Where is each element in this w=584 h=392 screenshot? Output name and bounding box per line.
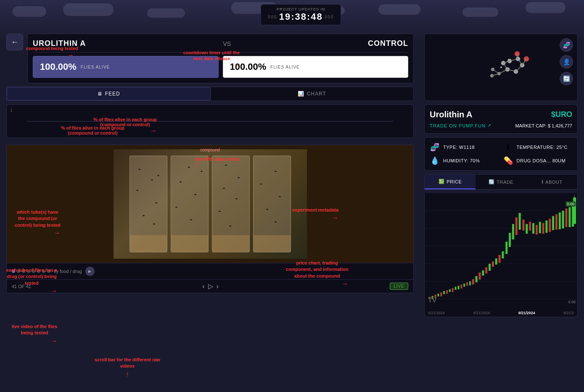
compound-header: UROLITHIN A VS CONTROL [33, 39, 408, 48]
meta-humidity-value: 70% [470, 158, 480, 163]
separator [33, 52, 408, 53]
chart-label: CHART [307, 91, 326, 97]
water-icon: 💧 [430, 156, 440, 165]
chart-date-2: 9/21/2024 [473, 311, 490, 315]
fly-dot [136, 190, 138, 191]
svg-rect-50 [492, 262, 494, 267]
vs-text: VS [223, 40, 231, 47]
dot-3[interactable] [22, 270, 25, 273]
tab-trade[interactable]: 🔄 TRADE [476, 175, 526, 189]
frame-navigation: 41 OF 41 ‹ ▷ › LIVE [7, 279, 413, 293]
dot-7[interactable] [42, 270, 45, 273]
svg-rect-36 [449, 289, 451, 292]
trade-tab-icon: 🔄 [489, 179, 495, 185]
dot-2[interactable] [17, 270, 20, 273]
tradingview-logo: TV [428, 297, 436, 304]
trade-on-pump-link[interactable]: TRADE ON PUMP.FUN ↗ [430, 123, 492, 128]
svg-rect-32 [437, 294, 439, 296]
chart-area: 1 [6, 104, 414, 138]
next-frame-button[interactable]: › [217, 283, 219, 290]
fly-dot [275, 221, 277, 222]
fly-dot [229, 225, 231, 227]
price-tabs: 💹 PRICE 🔄 TRADE ℹ ABOUT [424, 174, 578, 190]
fly-dot [201, 171, 203, 172]
fly-dot [266, 209, 268, 210]
tube-bottom [171, 235, 208, 252]
food-label: fly food / drug [54, 269, 82, 274]
frame-sep: OF [18, 284, 26, 289]
tab-bar: 🖥 FEED 📊 CHART [6, 87, 414, 101]
trade-tab-label: TRADE [497, 180, 513, 185]
tab-chart[interactable]: 📊 CHART [211, 87, 414, 101]
svg-rect-40 [460, 284, 462, 288]
market-cap: MARKET CAP: $ 1,426,777 [515, 123, 572, 128]
fly-dot [151, 179, 153, 180]
tube-3 [212, 156, 250, 252]
svg-rect-38 [455, 287, 457, 290]
tab-about[interactable]: ℹ ABOUT [526, 175, 577, 189]
countdown-dots-left: 000 [268, 15, 277, 19]
svg-rect-69 [555, 214, 558, 230]
fly-dot [188, 167, 190, 168]
meta-temp-value: 25°C [556, 145, 568, 150]
dots-row [12, 270, 50, 273]
dot-1[interactable] [12, 270, 15, 273]
dot-8[interactable] [47, 270, 50, 273]
dot-6[interactable] [37, 270, 40, 273]
svg-rect-34 [443, 291, 445, 294]
svg-rect-45 [476, 276, 478, 282]
drug-icon: 💊 [503, 156, 513, 165]
fly-dot [194, 194, 196, 195]
frame-total: 41 [26, 284, 31, 289]
meta-drug: 💊 DRUG DOSA... 80UM [503, 156, 573, 165]
svg-rect-68 [552, 216, 554, 230]
back-button[interactable]: ← [6, 34, 23, 50]
dot-5[interactable] [32, 270, 35, 273]
control-percent: 100.00% [230, 61, 267, 72]
svg-rect-47 [482, 270, 484, 276]
svg-rect-35 [446, 290, 448, 294]
meta-type: 🧬 TYPE: W1118 [430, 143, 499, 152]
about-tab-label: ABOUT [545, 180, 562, 185]
fly-dot [279, 196, 281, 197]
fly-dot [155, 202, 157, 204]
tubes-container [125, 149, 295, 259]
action-btn-1[interactable]: 🧬 [560, 38, 573, 52]
svg-rect-54 [505, 242, 507, 254]
chart-date-3: 9/21/2024 [518, 311, 535, 315]
svg-rect-57 [515, 217, 518, 235]
tube-bottom [254, 235, 291, 252]
svg-rect-66 [545, 220, 547, 233]
svg-rect-52 [499, 255, 501, 263]
prev-frame-button[interactable]: ‹ [202, 283, 204, 290]
live-badge: LIVE [390, 283, 408, 290]
meta-temperature: 🌡 TEMPERATURE: 25°C [503, 143, 573, 152]
svg-rect-60 [526, 224, 528, 234]
svg-rect-48 [485, 267, 487, 273]
token-trade-row: TRADE ON PUMP.FUN ↗ MARKET CAP: $ 1,426,… [430, 123, 572, 128]
market-cap-value: $ 1,426,777 [548, 123, 572, 128]
svg-rect-55 [509, 233, 511, 247]
fly-dot [138, 169, 140, 170]
molecule-svg [472, 42, 531, 93]
compound-overlay-label: compound [200, 148, 220, 152]
compound-stat-label: FLIES ALIVE [81, 65, 110, 69]
play-frame-button[interactable]: ▷ [208, 282, 213, 290]
play-button-small[interactable]: ▶ [85, 267, 95, 276]
main-layout: ← UROLITHIN A VS CONTROL 100.00% FLIES A… [0, 0, 584, 392]
price-chart: 0.00 0.00 TV 9/21/2024 9/21/2024 9/21/20… [424, 193, 578, 317]
price-label-current: 0.00 [566, 201, 576, 207]
chart-axis-label: 1 [10, 108, 13, 113]
tab-price[interactable]: 💹 PRICE [425, 175, 476, 189]
svg-rect-67 [549, 219, 551, 232]
control-name: CONTROL [368, 39, 408, 48]
svg-rect-41 [463, 283, 465, 286]
dot-4[interactable] [27, 270, 30, 273]
action-btn-3[interactable]: 🔄 [560, 72, 573, 85]
tab-feed[interactable]: 🖥 FEED [7, 87, 211, 101]
action-btn-2[interactable]: 👤 [560, 55, 573, 69]
fly-dot [235, 198, 238, 199]
meta-card: 🧬 TYPE: W1118 🌡 TEMPERATURE: 25°C 💧 [424, 137, 578, 171]
countdown-widget: PROJECT UPDATES IN 000 19:38:48 000 [261, 4, 341, 25]
feed-label: FEED [105, 91, 120, 97]
